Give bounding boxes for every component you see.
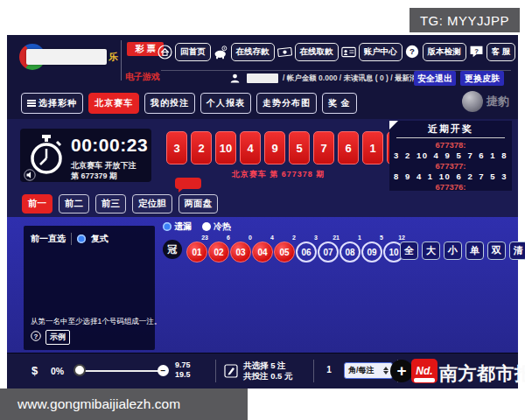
help-icon[interactable]: ? [31,329,41,345]
nav-home-button[interactable]: 回首页 [175,43,211,61]
change-skin-button[interactable]: 更换皮肤 [460,71,504,86]
miss-radio-option[interactable]: 遗漏 [163,220,192,233]
countdown-period: 第 677379 期 [71,171,117,182]
number-ball-09[interactable]: 09 [361,242,382,262]
draw-number: 3 [166,131,187,164]
user-icon [228,71,242,86]
bet-tab-first-two[interactable]: 前二 [59,194,89,214]
recent-draws-panel: 近期开奖 677378: 3 2 10 4 9 5 7 6 1 8 677377… [389,121,512,191]
number-ball-01[interactable]: 01 [186,242,207,262]
number-ball-03[interactable]: 03 [230,242,251,262]
collapse-corner-icon[interactable] [389,121,398,130]
number-ball-04[interactable]: 04 [252,242,273,262]
nav-version-button[interactable]: 版本检测 [423,43,466,61]
rebate-slider-handle[interactable] [74,364,86,376]
selected-count: 共选择 5 注 [243,360,286,370]
compound-label: 复式 [91,233,108,245]
svg-text:?: ? [474,47,479,55]
tab-beijing-racing[interactable]: 北京赛车 [88,93,139,114]
divider [161,70,511,71]
rebate-slider-track [75,370,164,372]
draw-number: 4 [240,131,261,164]
bet-tab-first[interactable]: 前一 [22,194,52,214]
main-tabs: 选择彩种 北京赛车 我的投注 个人报表 走势分布图 奖 金 [21,93,357,114]
question-icon: ? [405,45,420,60]
number-ball-08[interactable]: 08 [340,242,360,262]
draw-number: 10 [215,131,236,164]
speaker-icon[interactable] [24,169,36,185]
watermark-logo: Nd. [411,359,438,383]
nav-withdraw-button[interactable]: 在线取款 [295,43,339,61]
divider [396,137,505,138]
nav-deposit-button[interactable]: 在线存款 [231,43,275,61]
bet-tab-first-three[interactable]: 前三 [95,194,126,214]
tab-personal-report[interactable]: 个人报表 [200,93,251,114]
countdown-panel: 00:00:23 北京赛车 开放下注 第 677379 期 [20,129,151,182]
hotcold-radio[interactable] [202,222,211,231]
home-icon[interactable] [158,45,172,60]
odds-top: 9.75 [175,360,191,369]
odds-values: 9.75 19.5 [175,360,191,380]
account-info-text: / 帐户金额 0.000 / 未读讯息 ( 0 ) / 最新消息 [283,74,424,84]
select-odd-button[interactable]: 单 [466,242,484,260]
draw-number: 5 [289,131,310,164]
id-card-icon [341,45,356,60]
select-all-button[interactable]: 全 [400,242,418,260]
recent-numbers: 8 9 4 1 10 6 2 7 5 3 [389,171,512,182]
watermark-logo-banner [414,378,435,382]
tab-prize[interactable]: 奖 金 [322,93,357,114]
clear-button[interactable]: 清 [509,242,525,260]
miss-count: 12 [398,234,405,241]
recent-draws-title: 近期开奖 [389,122,512,136]
unit-select-value: 角/每注 [348,365,374,376]
countdown-time: 00:00:23 [71,135,148,156]
select-small-button[interactable]: 小 [444,242,462,260]
select-even-button[interactable]: 双 [487,242,506,260]
bet-hint-text: 从第一名中至少选择1个号码组成一注。 [31,317,161,327]
number-ball-02[interactable]: 02 [208,242,229,262]
watermark-logo-text: Nd. [416,365,432,377]
logout-button[interactable]: 安全退出 [414,71,456,86]
number-ball-06[interactable]: 06 [296,242,317,262]
number-ball-07[interactable]: 07 [318,242,339,262]
watermark-plus-icon: + [390,360,413,382]
logo-suffix-text: 乐 [108,51,118,64]
tab-lottery-select[interactable]: 选择彩种 [21,93,83,114]
hotcold-label: 冷热 [214,220,231,233]
tab-my-bets[interactable]: 我的投注 [144,93,195,114]
bet-mode-label: 前一直选 [31,233,66,245]
miss-count: 23 [201,234,208,241]
piggy-bank-icon [214,45,228,60]
select-big-button[interactable]: 大 [422,242,440,260]
compound-radio[interactable] [77,234,86,243]
category-egames-button[interactable]: 电子游戏 [125,71,160,83]
number-ball-row: 2301 602 003 404 205 306 2107 108 509 12… [186,234,404,264]
top-menu: 回首页 在线存款 在线取款 账户中心 ? 版本检测 ? 客 服 [158,41,515,62]
total-amount: 共投注 0.5 元 [243,371,293,381]
edit-icon [224,364,238,382]
bet-mode-panel: 前一直选 复式 从第一名中至少选择1个号码组成一注。 ? 示例 [24,226,155,350]
svg-text:?: ? [34,332,38,340]
app-window: 乐 彩 票 电子游戏 回首页 在线存款 在线取款 账户中心 ? 版本检测 ? 客… [7,35,518,388]
tab-trend-chart[interactable]: 走势分布图 [256,93,317,114]
page: { "overlay": { "tg_label": "TG: MYYJJPP"… [0,0,525,420]
divider [215,360,216,382]
rebate-percent: 0% [51,366,64,376]
tab-label: 选择彩种 [38,97,77,109]
number-ball-05[interactable]: 05 [274,242,295,262]
example-button[interactable]: 示例 [46,330,70,345]
bet-tab-two-sides[interactable]: 两面盘 [178,194,219,214]
bet-tab-position[interactable]: 定位胆 [132,194,172,214]
odds-bottom: 19.5 [175,370,191,379]
unit-select[interactable]: 角/每注 [344,362,393,379]
miss-radio[interactable] [163,222,172,231]
svg-text:?: ? [410,46,415,56]
multiplier-input[interactable]: 1 [322,365,336,374]
hotcold-radio-option[interactable]: 冷热 [202,220,231,233]
currency-symbol: $ [32,364,38,377]
nav-service-button[interactable]: 客 服 [486,43,516,61]
minus-button[interactable]: − [158,365,169,376]
brand-name: 捷豹 [486,94,509,109]
brand-sphere-icon [462,91,483,112]
nav-account-button[interactable]: 账户中心 [359,43,402,61]
